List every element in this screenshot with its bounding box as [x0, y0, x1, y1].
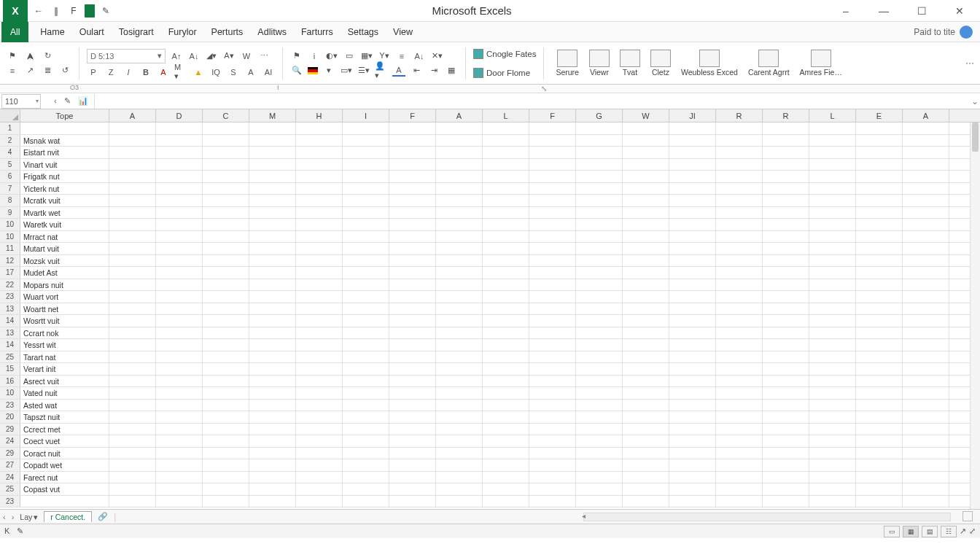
sheet-dropdown[interactable]: Lay▾: [20, 513, 38, 521]
cell[interactable]: [763, 122, 809, 134]
cell[interactable]: [763, 483, 809, 495]
cell[interactable]: [296, 315, 343, 327]
cell[interactable]: [623, 279, 669, 291]
cell[interactable]: [203, 435, 249, 447]
cell[interactable]: Mutart vuit: [20, 243, 109, 254]
cell[interactable]: [903, 400, 949, 411]
cell[interactable]: [296, 327, 343, 339]
cell[interactable]: [343, 376, 389, 387]
cell[interactable]: [856, 171, 903, 182]
cell[interactable]: [716, 243, 763, 254]
cell[interactable]: [856, 459, 903, 471]
cell[interactable]: [156, 448, 203, 459]
cell[interactable]: [856, 147, 903, 158]
cell[interactable]: [809, 183, 856, 195]
grid-icon[interactable]: ▦▾: [360, 50, 373, 62]
cell[interactable]: [903, 255, 949, 267]
cell[interactable]: [249, 122, 296, 134]
cell[interactable]: [296, 267, 343, 279]
cell[interactable]: [716, 207, 763, 219]
cell[interactable]: [109, 207, 156, 219]
cell[interactable]: [529, 303, 576, 315]
cell[interactable]: [623, 387, 669, 399]
cell[interactable]: [763, 291, 809, 303]
cell[interactable]: [529, 424, 576, 435]
cell[interactable]: [20, 122, 109, 134]
cell[interactable]: [529, 411, 576, 423]
cell[interactable]: [809, 122, 856, 134]
cell[interactable]: [716, 255, 763, 267]
cell[interactable]: [156, 472, 203, 483]
cell[interactable]: [529, 267, 576, 279]
row-header[interactable]: 15: [0, 363, 20, 375]
cell[interactable]: [343, 411, 389, 423]
box2-icon[interactable]: ▭▾: [340, 65, 353, 77]
cell[interactable]: [529, 387, 576, 399]
cell[interactable]: [763, 231, 809, 243]
cell[interactable]: [296, 496, 343, 508]
cell[interactable]: [809, 496, 856, 508]
cell[interactable]: [203, 376, 249, 387]
cell[interactable]: [623, 472, 669, 483]
cell[interactable]: [249, 351, 296, 363]
cell[interactable]: [436, 231, 483, 243]
cell[interactable]: [109, 135, 156, 147]
cell[interactable]: [109, 231, 156, 243]
cell[interactable]: [203, 363, 249, 375]
cell[interactable]: [483, 472, 529, 483]
cell[interactable]: [623, 435, 669, 447]
cell[interactable]: [529, 448, 576, 459]
italic-icon[interactable]: I: [122, 66, 135, 78]
cell[interactable]: [809, 147, 856, 158]
cell[interactable]: [576, 147, 623, 158]
ribbon-tvat[interactable]: Tvat: [615, 50, 645, 77]
cell[interactable]: [529, 219, 576, 230]
cell[interactable]: [669, 496, 716, 508]
cell[interactable]: [809, 255, 856, 267]
cell[interactable]: [436, 147, 483, 158]
cell[interactable]: [109, 122, 156, 134]
cell[interactable]: [763, 219, 809, 230]
row-header[interactable]: 4: [0, 147, 20, 158]
cell[interactable]: [576, 195, 623, 206]
cell[interactable]: [809, 279, 856, 291]
cell[interactable]: [623, 267, 669, 279]
cell[interactable]: [249, 435, 296, 447]
table-icon[interactable]: ▦: [445, 65, 458, 77]
column-header[interactable]: F: [529, 109, 576, 122]
cell[interactable]: [623, 303, 669, 315]
a2-icon[interactable]: A: [244, 66, 257, 78]
pen-icon[interactable]: ✎: [99, 4, 112, 18]
cell[interactable]: [809, 351, 856, 363]
row-header[interactable]: 25: [0, 351, 20, 363]
column-header[interactable]: R: [763, 109, 809, 122]
cell[interactable]: Frigatk nut: [20, 171, 109, 182]
row-header[interactable]: 16: [0, 376, 20, 387]
cell[interactable]: [623, 459, 669, 471]
sheet-nav-prev[interactable]: ‹: [3, 513, 6, 521]
cell[interactable]: [856, 496, 903, 508]
cell[interactable]: [856, 207, 903, 219]
cell[interactable]: [856, 376, 903, 387]
cell[interactable]: [809, 376, 856, 387]
cell[interactable]: [109, 448, 156, 459]
view-layout-button[interactable]: ▦: [903, 526, 919, 537]
cell[interactable]: [296, 255, 343, 267]
cell[interactable]: [156, 255, 203, 267]
cell[interactable]: [389, 303, 436, 315]
cell[interactable]: [203, 303, 249, 315]
cell[interactable]: [809, 459, 856, 471]
scrollbar-thumb[interactable]: [972, 122, 979, 152]
cell[interactable]: [716, 339, 763, 351]
cell[interactable]: [716, 279, 763, 291]
cell[interactable]: [903, 424, 949, 435]
cell[interactable]: [109, 363, 156, 375]
cell[interactable]: [296, 363, 343, 375]
cell[interactable]: [109, 483, 156, 495]
cell[interactable]: [436, 376, 483, 387]
cell[interactable]: [296, 472, 343, 483]
cell[interactable]: [156, 183, 203, 195]
cell[interactable]: Coract nuit: [20, 448, 109, 459]
redo-icon[interactable]: ↻: [41, 50, 54, 62]
status-edit-icon[interactable]: ✎: [17, 526, 23, 536]
